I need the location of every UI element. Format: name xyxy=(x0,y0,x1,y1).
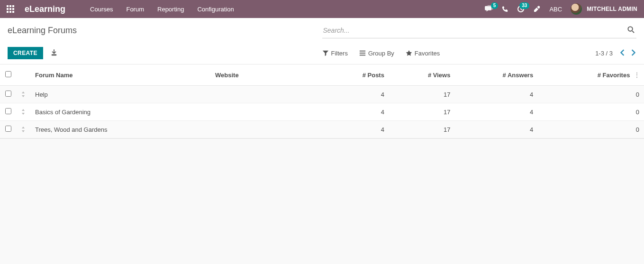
svg-rect-7 xyxy=(9,11,11,13)
create-button[interactable]: CREATE xyxy=(8,47,43,59)
clock-badge: 33 xyxy=(519,2,529,9)
apps-icon[interactable] xyxy=(7,5,14,13)
cell-answers: 4 xyxy=(455,103,538,121)
th-answers[interactable]: # Answers xyxy=(455,64,538,86)
tools-icon[interactable] xyxy=(533,5,541,13)
control-bar: eLearning Forums CREATE Filters xyxy=(0,18,644,64)
brand-title[interactable]: eLearning xyxy=(25,4,65,14)
avatar xyxy=(571,3,582,15)
abc-label[interactable]: ABC xyxy=(549,6,562,13)
filters-label: Filters xyxy=(331,50,348,57)
cell-answers: 4 xyxy=(455,86,538,103)
svg-rect-2 xyxy=(12,5,14,7)
page-title: eLearning Forums xyxy=(8,25,322,36)
clock-icon[interactable]: 33 xyxy=(517,5,525,13)
menu-reporting[interactable]: Reporting xyxy=(157,6,184,13)
cell-answers: 4 xyxy=(455,121,538,138)
svg-rect-11 xyxy=(52,54,57,55)
svg-rect-4 xyxy=(9,8,11,10)
cell-favorites: 0 xyxy=(538,86,644,103)
favorites-label: Favorites xyxy=(415,50,440,57)
pager-next[interactable] xyxy=(630,48,636,58)
user-menu[interactable]: MITCHELL ADMIN xyxy=(571,3,637,15)
table-row[interactable]: Basics of Gardening41740 xyxy=(0,103,644,121)
search-input[interactable] xyxy=(322,25,626,36)
drag-handle-icon[interactable] xyxy=(16,86,30,103)
chat-icon[interactable]: 5 xyxy=(485,5,493,13)
groupby-label: Group By xyxy=(368,50,394,57)
svg-rect-3 xyxy=(7,8,9,10)
top-navbar: eLearning Courses Forum Reporting Config… xyxy=(0,0,644,18)
svg-rect-6 xyxy=(7,11,9,13)
menu-configuration[interactable]: Configuration xyxy=(197,6,234,13)
pager-prev[interactable] xyxy=(619,48,626,58)
cell-views: 17 xyxy=(389,86,455,103)
column-menu-icon[interactable]: ⋮ xyxy=(632,71,639,79)
forum-table: Forum Name Website # Posts # Views # Ans… xyxy=(0,64,644,139)
th-website[interactable]: Website xyxy=(210,64,324,86)
cell-posts: 4 xyxy=(324,86,389,103)
groupby-button[interactable]: Group By xyxy=(359,50,394,57)
th-posts[interactable]: # Posts xyxy=(324,64,389,86)
search-bar[interactable] xyxy=(322,25,637,38)
svg-rect-14 xyxy=(360,55,365,56)
cell-favorites: 0 xyxy=(538,121,644,138)
th-favorites[interactable]: # Favorites ⋮ xyxy=(538,64,644,86)
cell-favorites: 0 xyxy=(538,103,644,121)
select-all-checkbox[interactable] xyxy=(5,71,11,77)
phone-icon[interactable] xyxy=(502,6,508,12)
chat-badge: 5 xyxy=(491,2,499,9)
menu-courses[interactable]: Courses xyxy=(90,6,113,13)
table-row[interactable]: Help41740 xyxy=(0,86,644,103)
svg-rect-1 xyxy=(9,5,11,7)
drag-handle-icon[interactable] xyxy=(16,121,30,138)
cell-posts: 4 xyxy=(324,103,389,121)
search-icon[interactable] xyxy=(626,26,636,35)
cell-posts: 4 xyxy=(324,121,389,138)
filters-button[interactable]: Filters xyxy=(322,50,348,57)
menu-forum[interactable]: Forum xyxy=(126,6,144,13)
cell-forum-name: Trees, Wood and Gardens xyxy=(30,121,210,138)
cell-forum-name: Basics of Gardening xyxy=(30,103,210,121)
svg-rect-0 xyxy=(7,5,9,7)
main-menu: Courses Forum Reporting Configuration xyxy=(90,6,234,13)
row-checkbox[interactable] xyxy=(5,108,11,114)
cell-website xyxy=(210,103,324,121)
favorites-button[interactable]: Favorites xyxy=(406,50,440,57)
row-checkbox[interactable] xyxy=(5,126,11,132)
cell-forum-name: Help xyxy=(30,86,210,103)
th-views[interactable]: # Views xyxy=(389,64,455,86)
pager-count: 1-3 / 3 xyxy=(595,50,613,57)
th-forum-name[interactable]: Forum Name xyxy=(30,64,210,86)
svg-rect-12 xyxy=(360,51,365,52)
cell-website xyxy=(210,121,324,138)
drag-handle-icon[interactable] xyxy=(16,103,30,121)
import-icon[interactable] xyxy=(48,47,60,59)
svg-point-9 xyxy=(628,27,632,31)
svg-rect-8 xyxy=(12,11,14,13)
svg-rect-13 xyxy=(360,53,365,54)
cell-views: 17 xyxy=(389,121,455,138)
cell-views: 17 xyxy=(389,103,455,121)
svg-rect-5 xyxy=(12,8,14,10)
svg-line-10 xyxy=(632,31,634,33)
row-checkbox[interactable] xyxy=(5,91,11,97)
table-row[interactable]: Trees, Wood and Gardens41740 xyxy=(0,121,644,138)
cell-website xyxy=(210,86,324,103)
user-name: MITCHELL ADMIN xyxy=(587,6,637,12)
